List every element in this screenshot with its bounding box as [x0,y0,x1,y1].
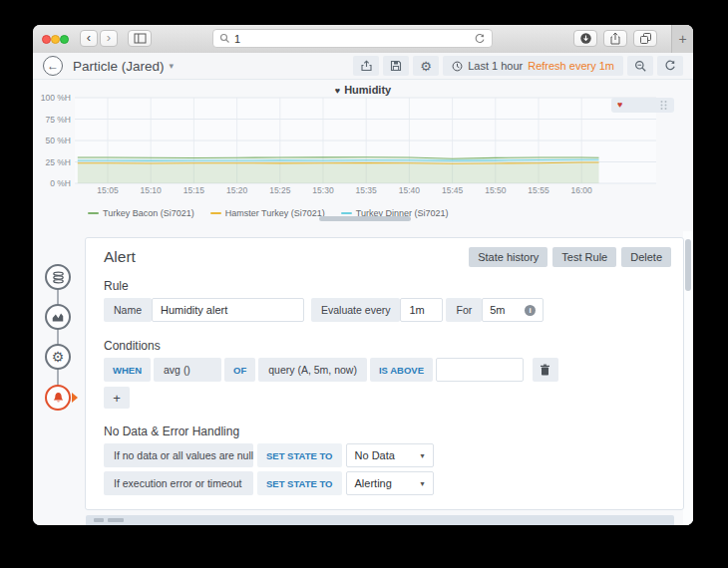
test-rule-button[interactable]: Test Rule [552,247,616,267]
back-to-dashboard-button[interactable]: ← [43,56,63,76]
tab-alert[interactable] [45,385,71,411]
svg-text:15:40: 15:40 [399,185,421,195]
operator-segment[interactable]: IS ABOVE [370,358,433,382]
refresh-icon [664,60,676,72]
alert-card-header: Alert State history Test Rule Delete [86,238,683,267]
conditions-heading: Conditions [104,339,683,353]
when-segment[interactable]: WHEN [104,358,151,382]
reload-button[interactable] [474,33,486,45]
share-dashboard-button[interactable] [353,56,379,76]
error-state-value: Alerting [355,477,392,489]
humidity-panel: ♥Humidity 15:0515:1015:1515:2015:2515:30… [33,80,693,231]
panel-edit-region: ⚙ Alert State history Test Rule Delete R… [33,231,693,525]
partial-glyph [94,518,104,522]
state-history-button[interactable]: State history [469,247,547,267]
name-label: Name [104,298,152,322]
time-range-label: Last 1 hour [468,60,523,72]
save-dashboard-button[interactable] [383,56,409,76]
chevron-right-icon: › [107,31,111,44]
drag-handle[interactable] [659,100,668,111]
minimize-window-button[interactable] [51,35,60,44]
delete-condition-button[interactable] [533,358,558,382]
sidebar-icon [134,33,147,44]
svg-text:15:45: 15:45 [442,185,464,195]
trash-icon [540,364,550,376]
next-panel-partial[interactable] [86,515,674,525]
svg-text:15:25: 15:25 [269,185,291,195]
download-icon [579,32,592,45]
info-icon[interactable]: i [525,305,536,316]
legend-item[interactable]: Hamster Turkey (Si7021) [210,208,325,218]
graph-icon [51,310,65,324]
legend-series-label: Turkey Bacon (Si7021) [103,208,194,218]
of-segment[interactable]: OF [224,358,255,382]
legend-series-label: Hamster Turkey (Si7021) [225,208,325,218]
refresh-dashboard-button[interactable] [657,56,683,76]
aggregation-segment[interactable]: avg () [154,358,221,382]
zoom-out-button[interactable] [627,56,653,76]
save-icon [390,60,402,72]
for-duration-input[interactable]: 5m i [482,298,544,322]
forward-button[interactable]: › [100,30,118,47]
tab-metrics[interactable] [45,264,71,290]
svg-text:15:10: 15:10 [141,185,163,195]
rule-row: Name Evaluate every For 5m i [104,298,683,322]
back-arrow-icon: ← [47,59,59,73]
zoom-window-button[interactable] [60,35,69,44]
tab-general[interactable]: ⚙ [45,344,71,370]
legend-series-color [88,212,99,214]
caret-down-icon: ▾ [421,451,425,460]
back-button[interactable]: ‹ [80,30,98,47]
query-segment[interactable]: query (A, 5m, now) [258,358,367,382]
zoom-out-icon [634,60,647,73]
bell-icon [51,391,66,406]
for-duration-value: 5m [490,304,505,316]
svg-text:75 %H: 75 %H [45,115,71,125]
no-data-heading: No Data & Error Handling [104,425,683,438]
no-data-state-value: No Data [355,449,395,461]
browser-chrome: ‹ › 1 [33,25,693,54]
svg-text:25 %H: 25 %H [45,157,71,167]
alerting-heart-icon: ♥ [617,101,622,110]
svg-text:16:00: 16:00 [571,185,593,195]
vertical-scrollbar[interactable] [685,239,691,291]
svg-text:15:15: 15:15 [183,185,205,195]
gear-icon: ⚙ [52,350,65,364]
dashboard-title[interactable]: Particle (Jared) [73,59,165,74]
svg-text:50 %H: 50 %H [45,136,71,145]
humidity-chart-plot[interactable]: 15:0515:1015:1515:2015:2515:3015:3515:40… [33,93,693,198]
alert-name-input[interactable] [152,298,304,322]
error-row: If execution error or timeout SET STATE … [104,471,683,495]
add-condition-button[interactable]: + [104,387,130,409]
address-bar[interactable]: 1 [212,29,493,48]
delete-alert-button[interactable]: Delete [621,247,671,267]
legend-item[interactable]: Turkey Bacon (Si7021) [88,208,194,218]
evaluate-interval-input[interactable] [400,298,443,322]
time-picker-button[interactable]: Last 1 hour Refresh every 1m [443,56,623,76]
alert-card: Alert State history Test Rule Delete Rul… [85,237,684,510]
evaluate-every-label: Evaluate every [311,298,400,322]
close-window-button[interactable] [42,35,51,44]
svg-text:15:35: 15:35 [356,185,378,195]
browser-window: ‹ › 1 [33,25,693,525]
error-state-select[interactable]: Alerting ▾ [346,471,434,495]
alert-title: Alert [104,248,136,266]
svg-text:15:50: 15:50 [485,185,507,195]
no-data-state-select[interactable]: No Data ▾ [346,443,434,467]
grafana-header: ← Particle (Jared) ▾ ⚙ [33,53,693,80]
sidebar-toggle-button[interactable] [128,30,152,47]
share-button[interactable] [603,30,627,47]
search-icon [219,33,230,44]
svg-text:15:20: 15:20 [226,185,248,195]
tab-display[interactable] [45,304,71,330]
new-tab-button[interactable]: + [671,25,693,53]
tab-overview-button[interactable] [633,30,657,47]
downloads-button[interactable] [573,30,597,47]
database-icon [51,270,66,285]
for-label: For [446,298,482,322]
dashboard-settings-button[interactable]: ⚙ [413,56,439,76]
gear-icon: ⚙ [420,60,432,73]
horizontal-scrollbar[interactable] [319,216,411,221]
threshold-input[interactable] [436,358,524,382]
legend-series-color [341,212,352,214]
